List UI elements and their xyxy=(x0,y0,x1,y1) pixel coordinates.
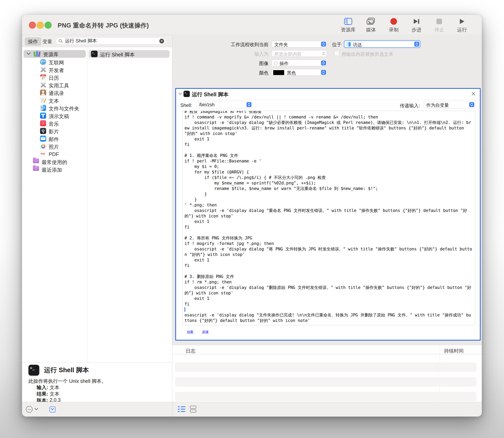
log-row xyxy=(175,392,476,401)
sidebar-item-mail[interactable]: 邮件 xyxy=(22,135,87,142)
tab-actions[interactable]: 操作 xyxy=(25,37,41,46)
keynote-icon xyxy=(40,112,46,119)
location-label: 位于 xyxy=(320,42,342,48)
duration-header: 持续时间 xyxy=(444,348,463,354)
toolbar-run-button[interactable]: 运行 xyxy=(453,17,471,33)
sidebar-item-photos[interactable]: 照片 xyxy=(22,142,87,150)
options-link[interactable]: 选项 xyxy=(202,330,209,334)
smart-folder-icon xyxy=(33,158,39,164)
description-field-result: 结果:文本 xyxy=(22,391,172,397)
sidebar-item-movies[interactable]: Q 影片 xyxy=(22,127,87,135)
photos-icon xyxy=(40,143,46,149)
sidebar-item-pdf[interactable]: PDF PDF xyxy=(22,150,87,158)
zoom-window-button[interactable] xyxy=(44,22,52,29)
pass-input-label: 传递输入: xyxy=(400,102,420,109)
tab-variables[interactable]: 变量 xyxy=(42,38,52,45)
sidebar-item-most-used[interactable]: 最常使用的 xyxy=(22,158,87,165)
automator-window: PNG 重命名并转 JPG (快速操作) 资源库 媒体 录制 xyxy=(22,15,482,416)
action-list-item-run-shell-script[interactable]: >_ 运行 Shell 脚本 xyxy=(89,50,169,58)
globe-icon xyxy=(40,59,46,65)
terminal-icon: >_ xyxy=(29,365,39,375)
log-row xyxy=(175,362,476,372)
mail-icon xyxy=(40,135,46,142)
sidebar-item-files-folders[interactable]: 文件与文件夹 xyxy=(22,104,87,112)
log-header-divider xyxy=(172,354,482,354)
replace-selected-text-checkbox xyxy=(334,51,339,56)
minimize-window-button[interactable] xyxy=(37,22,44,29)
log-list-view-icon[interactable] xyxy=(178,406,185,413)
window-title: PNG 重命名并转 JPG (快速操作) xyxy=(58,22,149,30)
color-dropdown[interactable]: 黑色 xyxy=(272,69,327,76)
sidebar-item-internet[interactable]: 互联网 xyxy=(22,58,87,66)
left-bottom-bar xyxy=(22,402,172,416)
sidebar-item-library-root[interactable]: 资源库 xyxy=(23,50,86,58)
shell-dropdown[interactable]: /bin/zsh xyxy=(197,101,252,108)
pass-input-dropdown[interactable]: 作为自变量 xyxy=(424,101,475,108)
right-bottom-bar xyxy=(172,402,482,416)
stepper-icon xyxy=(414,42,419,46)
search-field[interactable]: ✕ xyxy=(56,37,166,44)
crossed-wrenches-icon xyxy=(40,66,46,73)
sidebar-item-utilities[interactable]: 实用工具 xyxy=(22,81,87,89)
run-icon xyxy=(459,17,465,26)
toggle-description-checkbox[interactable] xyxy=(50,406,55,413)
library-books-icon xyxy=(33,51,41,57)
toolbar-library-button[interactable]: 资源库 xyxy=(340,17,357,33)
toolbar-step-button[interactable]: 步进 xyxy=(408,17,425,33)
input-as-label: 输入为 xyxy=(198,51,269,57)
text-cursor xyxy=(185,307,185,312)
finder-icon xyxy=(40,105,46,111)
toolbar-media-button[interactable]: 媒体 xyxy=(363,17,379,33)
collapse-chevron-icon[interactable] xyxy=(178,92,182,96)
sidebar-item-developer[interactable]: 开发者 xyxy=(22,66,87,74)
description-title: 运行 Shell 脚本 xyxy=(44,366,89,374)
log-row xyxy=(175,377,476,386)
toolbar: 资源库 媒体 录制 步进 停止 xyxy=(340,17,471,33)
shell-script-editor[interactable]: # 检查 ImageMagick 和 Perl 依赖项 if ! command… xyxy=(182,111,475,325)
results-link[interactable]: 结果 xyxy=(187,330,193,334)
stepper-icon xyxy=(321,51,326,56)
sidebar-item-contacts[interactable]: 通讯录 xyxy=(22,89,87,97)
close-action-icon[interactable]: ✕ xyxy=(471,90,476,97)
action-title: 运行 Shell 脚本 xyxy=(192,91,229,98)
clear-search-icon[interactable]: ✕ xyxy=(159,39,164,44)
workflow-receives-dropdown[interactable]: 文件夹 xyxy=(272,41,327,47)
stepper-icon xyxy=(246,102,252,107)
disclosure-chevron-icon[interactable] xyxy=(27,52,31,56)
search-input[interactable] xyxy=(65,38,151,44)
search-icon xyxy=(59,39,63,44)
log-stack-view-icon[interactable] xyxy=(190,406,197,413)
quicktime-icon: Q xyxy=(40,128,46,134)
sidebar-item-music[interactable]: ♪ 音乐 xyxy=(22,120,87,127)
log-header: 日志 xyxy=(186,348,196,354)
description-field-input: 输入:文本 xyxy=(22,384,172,391)
action-menu-icon[interactable] xyxy=(26,406,32,413)
toolbar-stop-button[interactable]: 停止 xyxy=(431,17,448,33)
toolbar-record-button[interactable]: 录制 xyxy=(385,17,402,33)
sidebar-toggle-icon xyxy=(344,17,352,26)
sidebar-item-text[interactable]: 文本 xyxy=(22,97,87,104)
library-header: 操作 变量 ✕ xyxy=(22,35,172,47)
image-dropdown[interactable]: ⋯ 操作 xyxy=(272,60,327,66)
stop-icon xyxy=(437,17,442,26)
chevron-down-icon[interactable] xyxy=(34,407,38,411)
sidebar-item-presentations[interactable]: 演示文稿 xyxy=(22,112,87,120)
location-dropdown[interactable]: 访达 xyxy=(345,41,420,47)
pdf-icon: PDF xyxy=(40,151,46,157)
stepper-icon xyxy=(321,61,326,66)
action-glyph-icon: ⋯ xyxy=(274,62,277,65)
shell-label: Shell: xyxy=(180,102,192,108)
sidebar-item-recently-added[interactable]: 最近添加 xyxy=(22,165,87,173)
color-swatch xyxy=(273,70,284,75)
close-window-button[interactable] xyxy=(29,22,36,29)
log-panel: 日志 持续时间 xyxy=(172,345,482,402)
terminal-icon: >_ xyxy=(91,51,97,57)
input-as-dropdown: 所选全部内容 xyxy=(272,50,327,57)
terminal-icon: >_ xyxy=(183,91,190,97)
sidebar-item-calendar[interactable]: JUL17 日历 xyxy=(22,74,87,81)
script-text-after: osascript -e 'display dialog "文件夹操作已完成! … xyxy=(185,313,471,323)
workflow-receives-label: 工作流程收到当前 xyxy=(198,42,269,48)
calendar-icon: JUL17 xyxy=(40,74,46,80)
stepper-icon xyxy=(321,70,326,75)
titlebar: PNG 重命名并转 JPG (快速操作) 资源库 媒体 录制 xyxy=(22,15,482,35)
